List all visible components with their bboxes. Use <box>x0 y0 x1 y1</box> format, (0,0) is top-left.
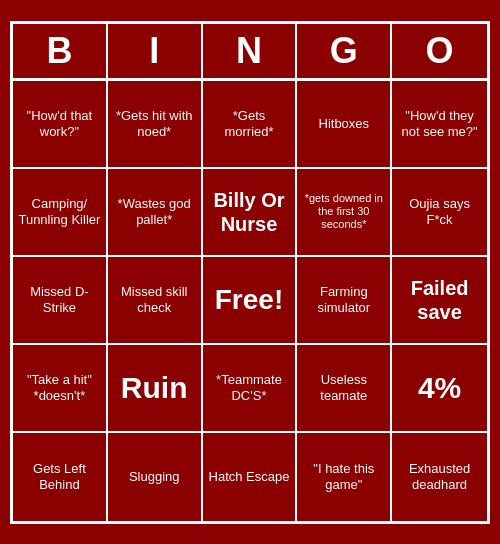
header-letter: G <box>297 24 392 78</box>
bingo-cell: Camping/ Tunnling Killer <box>13 169 108 257</box>
bingo-cell: Exhausted deadhard <box>392 433 487 521</box>
bingo-cell: *gets downed in the first 30 seconds* <box>297 169 392 257</box>
bingo-cell: *Wastes god pallet* <box>108 169 203 257</box>
bingo-grid: "How'd that work?"*Gets hit with noed**G… <box>13 81 487 521</box>
bingo-cell: "How'd that work?" <box>13 81 108 169</box>
bingo-cell: Oujia says F*ck <box>392 169 487 257</box>
bingo-cell: Missed skill check <box>108 257 203 345</box>
bingo-cell: Failed save <box>392 257 487 345</box>
bingo-card: BINGO "How'd that work?"*Gets hit with n… <box>10 21 490 524</box>
bingo-header: BINGO <box>13 24 487 81</box>
header-letter: O <box>392 24 487 78</box>
header-letter: B <box>13 24 108 78</box>
bingo-cell: Useless teamate <box>297 345 392 433</box>
bingo-cell: "How'd they not see me?" <box>392 81 487 169</box>
bingo-cell: Hatch Escape <box>203 433 298 521</box>
header-letter: N <box>203 24 298 78</box>
bingo-cell: Slugging <box>108 433 203 521</box>
bingo-cell: Gets Left Behind <box>13 433 108 521</box>
bingo-cell: Hitboxes <box>297 81 392 169</box>
bingo-cell: Ruin <box>108 345 203 433</box>
bingo-cell: *Gets morried* <box>203 81 298 169</box>
header-letter: I <box>108 24 203 78</box>
bingo-cell: 4% <box>392 345 487 433</box>
bingo-cell: Free! <box>203 257 298 345</box>
bingo-cell: Farming simulator <box>297 257 392 345</box>
bingo-cell: "I hate this game" <box>297 433 392 521</box>
bingo-cell: Billy Or Nurse <box>203 169 298 257</box>
bingo-cell: *Teammate DC'S* <box>203 345 298 433</box>
bingo-cell: Missed D-Strike <box>13 257 108 345</box>
bingo-cell: *Gets hit with noed* <box>108 81 203 169</box>
bingo-cell: "Take a hit" *doesn't* <box>13 345 108 433</box>
